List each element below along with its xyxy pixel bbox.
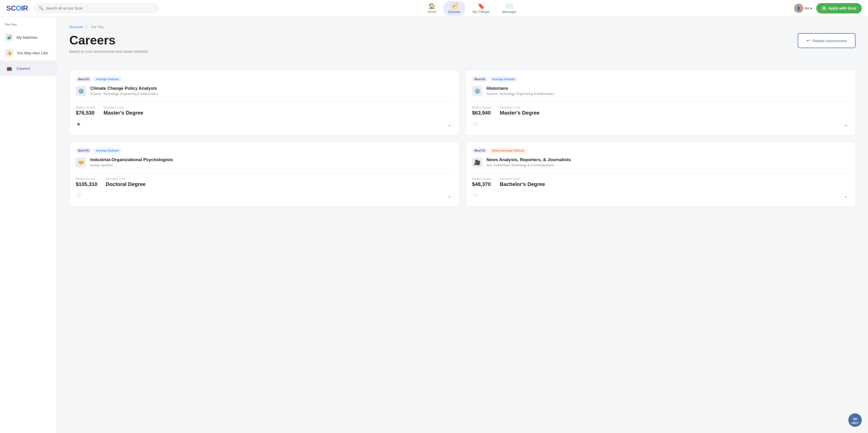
sidebar-item-my-matches[interactable]: 🧩 My Matches (0, 30, 57, 45)
breadcrumb-current: For You (91, 25, 103, 29)
tag-avg-outlook: Average Outlook (93, 148, 121, 153)
sidebar-item-you-may-also-like[interactable]: 👍 You May Also Like (0, 45, 57, 61)
expand-button[interactable]: ⌄ (446, 192, 453, 200)
search-bar[interactable]: 🔍 (34, 3, 158, 13)
breadcrumb-discover[interactable]: Discover (69, 25, 83, 29)
career-card-historians: Best Fit Average Outlook ⚙️ Historians S… (466, 70, 856, 135)
like-button[interactable]: ♥ (76, 120, 81, 129)
career-category: Science, Technology, Engineering & Mathe… (487, 92, 554, 96)
card-tags: Best Fit Below Average Outlook (472, 148, 849, 153)
career-category: Arts, Audio/Video Technology & Communica… (487, 163, 571, 167)
card-stats: Median Income $105,310 Education Level D… (76, 177, 453, 187)
avatar: 👤 (794, 4, 803, 13)
like-button[interactable]: ♡ (472, 191, 479, 200)
income-value: $76,530 (76, 110, 95, 116)
nav-my-colleges[interactable]: 🔖 My Colleges (468, 1, 495, 16)
nav-discover-label: Discover (448, 10, 460, 14)
expand-button[interactable]: ⌄ (446, 120, 453, 129)
tag-avg-outlook: Average Outlook (93, 76, 121, 82)
sidebar-item-careers[interactable]: 💼 Careers (0, 61, 57, 76)
retake-label: Retake Assessment (812, 38, 847, 43)
apply-label: Apply with Scoir (828, 6, 857, 10)
search-icon: 🔍 (38, 6, 44, 10)
career-category: Human Services (90, 163, 173, 167)
card-header: 🎥 News Analysts, Reporters, & Journalist… (472, 157, 849, 167)
main-content: Discover / For You Careers Based on your… (57, 17, 868, 433)
page-subtitle: Based on your assessments and career int… (69, 50, 148, 54)
card-tags: Best Fit Average Outlook (472, 76, 849, 82)
sidebar-my-matches-label: My Matches (17, 35, 37, 39)
career-title: Climate Change Policy Analysts (90, 86, 158, 91)
thumbs-up-icon: 👍 (5, 49, 13, 57)
header: SCOIR 🔍 🏠 Home 🧭 Discover 🔖 My Colleges … (0, 0, 868, 17)
income-label: Median Income (76, 177, 97, 180)
breadcrumb-separator: / (86, 25, 87, 29)
card-divider (76, 101, 453, 102)
nav-discover[interactable]: 🧭 Discover (443, 1, 466, 16)
sidebar: For You 🧩 My Matches 👍 You May Also Like… (0, 17, 57, 433)
income-label: Median Income (472, 106, 491, 109)
nav-messages[interactable]: ✉️ Messages (497, 1, 522, 16)
retake-assessment-button[interactable]: ↩ Retake Assessment (798, 33, 856, 48)
education-value: Bachelor's Degree (500, 181, 545, 187)
stat-education: Education Level Master's Degree (500, 106, 539, 116)
briefcase-icon: 💼 (5, 64, 13, 72)
like-button[interactable]: ♡ (472, 120, 479, 129)
card-stats: Median Income $63,940 Education Level Ma… (472, 106, 849, 116)
sidebar-section-label: For You (0, 23, 57, 30)
card-stats: Median Income $48,370 Education Level Ba… (472, 177, 849, 187)
main-nav: 🏠 Home 🧭 Discover 🔖 My Colleges ✉️ Messa… (422, 1, 521, 16)
stat-education: Education Level Doctoral Degree (105, 177, 146, 187)
nav-messages-label: Messages (502, 10, 517, 14)
card-stats: Median Income $76,530 Education Level Ma… (76, 106, 453, 116)
card-header: ⚙️ Climate Change Policy Analysts Scienc… (76, 86, 453, 96)
card-tags: Best Fit Average Outlook (76, 76, 453, 82)
education-value: Doctoral Degree (105, 181, 146, 187)
me-dropdown[interactable]: 👤 Me ▾ (794, 4, 812, 13)
education-value: Master's Degree (103, 110, 143, 116)
tag-best-fit: Best Fit (472, 148, 488, 153)
education-label: Education Level (500, 177, 545, 180)
help-label: HELP (852, 422, 859, 425)
card-tags: Best Fit Average Outlook (76, 148, 453, 153)
stat-income: Median Income $63,940 (472, 106, 491, 116)
career-icon: 🤝 (76, 157, 86, 167)
career-category: Science, Technology, Engineering & Mathe… (90, 92, 158, 96)
nav-home-label: Home (428, 10, 436, 14)
like-button[interactable]: ♡ (76, 191, 83, 200)
career-card-climate-change: Best Fit Average Outlook ⚙️ Climate Chan… (69, 70, 459, 135)
logo[interactable]: SCOIR (6, 4, 28, 12)
home-icon: 🏠 (428, 3, 435, 9)
income-value: $105,310 (76, 181, 97, 187)
me-label: Me (804, 6, 809, 10)
title-block: Careers Based on your assessments and ca… (69, 33, 148, 62)
search-input[interactable] (46, 6, 154, 10)
stat-income: Median Income $105,310 (76, 177, 97, 187)
career-title: Historians (487, 86, 554, 91)
page-header-row: Careers Based on your assessments and ca… (69, 33, 856, 62)
tag-below-outlook: Below Average Outlook (490, 148, 527, 153)
card-footer: ♥ ⌄ (76, 120, 453, 129)
expand-button[interactable]: ⌄ (843, 120, 849, 129)
help-button[interactable]: ∞ HELP (848, 413, 862, 427)
income-value: $63,940 (472, 110, 491, 116)
education-label: Education Level (103, 106, 143, 109)
nav-home[interactable]: 🏠 Home (422, 1, 441, 16)
help-infinity-icon: ∞ (853, 416, 857, 422)
layout: For You 🧩 My Matches 👍 You May Also Like… (0, 17, 868, 433)
career-title: News Analysts, Reporters, & Journalists (487, 157, 571, 162)
expand-button[interactable]: ⌄ (843, 192, 849, 200)
discover-icon: 🧭 (451, 3, 458, 9)
education-value: Master's Degree (500, 110, 539, 116)
income-value: $48,370 (472, 181, 491, 187)
stat-education: Education Level Master's Degree (103, 106, 143, 116)
card-divider (472, 101, 849, 102)
career-icon: ⚙️ (76, 86, 86, 96)
sidebar-you-may-also-like-label: You May Also Like (17, 51, 48, 55)
breadcrumb: Discover / For You (69, 25, 856, 29)
card-divider (472, 173, 849, 173)
card-divider (76, 173, 453, 173)
retake-icon: ↩ (806, 38, 810, 43)
tag-best-fit: Best Fit (472, 76, 488, 82)
apply-button[interactable]: ✦ Apply with Scoir (816, 3, 862, 13)
